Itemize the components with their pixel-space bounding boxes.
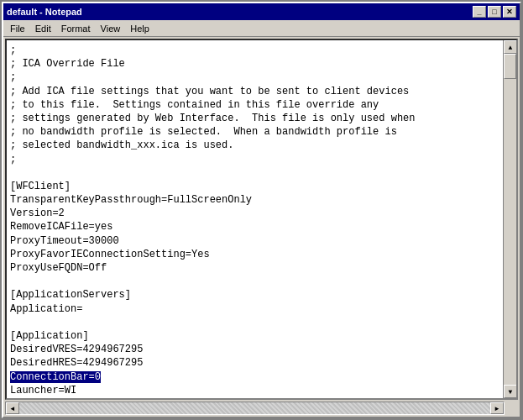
menu-file[interactable]: File [5, 23, 30, 34]
main-window: default - Notepad _ □ ✕ File Edit Format… [2, 2, 521, 418]
editor-container: ; ; ICA Override File ; ; Add ICA file s… [5, 39, 518, 400]
menu-help[interactable]: Help [125, 23, 154, 34]
minimize-button[interactable]: _ [473, 6, 486, 18]
title-bar-controls: _ □ ✕ [473, 6, 516, 18]
vertical-scrollbar[interactable]: ▲ ▼ [503, 40, 516, 398]
close-button[interactable]: ✕ [503, 6, 516, 18]
editor-scroll-area[interactable]: ; ; ICA Override File ; ; Add ICA file s… [7, 40, 503, 398]
title-bar: default - Notepad _ □ ✕ [3, 3, 520, 20]
scroll-up-button[interactable]: ▲ [504, 40, 517, 54]
scroll-left-button[interactable]: ◄ [6, 402, 19, 414]
menu-bar: File Edit Format View Help [3, 20, 520, 37]
horizontal-scrollbar[interactable]: ◄ ► [5, 402, 505, 415]
menu-edit[interactable]: Edit [30, 23, 56, 34]
window-title: default - Notepad [7, 7, 82, 17]
scroll-track[interactable] [504, 54, 516, 385]
bottom-area: ◄ ► [5, 402, 518, 415]
menu-view[interactable]: View [96, 23, 126, 34]
scroll-right-button[interactable]: ► [490, 402, 504, 414]
h-scroll-track[interactable] [19, 402, 490, 414]
size-box [505, 402, 518, 415]
maximize-button[interactable]: □ [488, 6, 501, 18]
menu-format[interactable]: Format [56, 23, 96, 34]
scroll-down-button[interactable]: ▼ [504, 385, 517, 398]
editor-text-area[interactable]: ; ; ICA Override File ; ; Add ICA file s… [7, 40, 503, 398]
scroll-thumb[interactable] [504, 54, 516, 79]
